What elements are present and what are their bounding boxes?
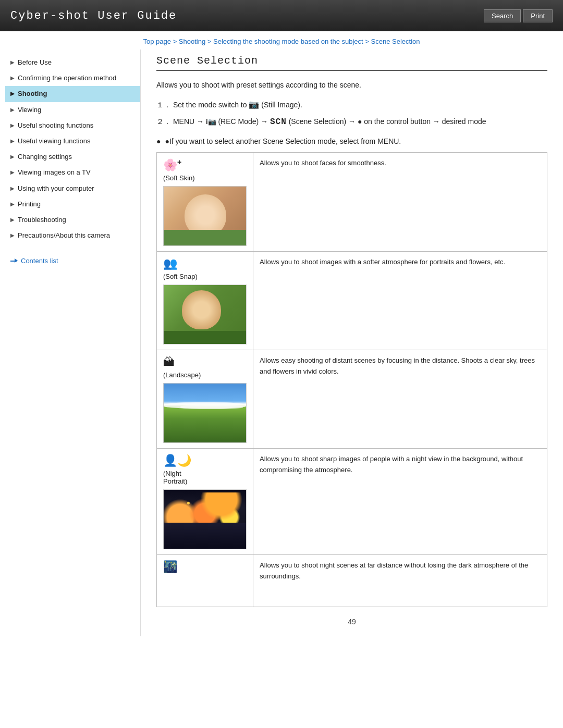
scene-desc-soft-snap: Allows you to shoot images with a softer… <box>253 252 547 350</box>
sidebar-label: Useful viewing functions <box>18 137 90 146</box>
arrow-icon: ▶ <box>10 169 15 176</box>
arrow-icon: ▶ <box>10 153 15 161</box>
scene-desc-landscape: Allows easy shooting of distant scenes b… <box>253 350 547 449</box>
arrow-icon: ▶ <box>10 106 15 114</box>
layout: ▶ Before Use ▶ Confirming the operation … <box>0 50 563 647</box>
night-portrait-icon: 👤🌙 <box>163 454 247 467</box>
breadcrumb: Top page > Shooting > Selecting the shoo… <box>0 31 563 50</box>
page-title-block: Scene Selection <box>156 55 547 71</box>
arrow-icon: ▶ <box>10 90 15 97</box>
scene-icon-cell-landscape: 🏔 (Landscape) <box>157 350 253 449</box>
night-scene-icon: 🌃 <box>163 560 247 574</box>
arrow-icon: ▶ <box>10 122 15 129</box>
arrow-icon: ▶ <box>10 59 15 66</box>
sidebar-label: Confirming the operation method <box>18 73 116 83</box>
step-1: １． Set the mode switch to 📷 (Still Image… <box>156 98 547 112</box>
scene-desc-soft-skin: Allows you to shoot faces for smoothness… <box>253 152 547 251</box>
contents-list-link[interactable]: Contents list <box>5 251 140 268</box>
print-button[interactable]: Print <box>523 9 553 22</box>
sidebar-label: Changing settings <box>18 152 72 162</box>
arrow-icon: ▶ <box>10 75 15 82</box>
landscape-label: (Landscape) <box>163 371 247 379</box>
landscape-icon: 🏔 <box>163 355 247 369</box>
steps-list: １． Set the mode switch to 📷 (Still Image… <box>156 98 547 129</box>
breadcrumb-link-scene[interactable]: Scene Selection <box>371 38 420 45</box>
sidebar-item-troubleshooting[interactable]: ▶ Troubleshooting <box>5 212 140 228</box>
camera-icon: 📷 <box>249 100 259 109</box>
night-portrait-label: (NightPortrait) <box>163 470 247 485</box>
sidebar-item-useful-viewing[interactable]: ▶ Useful viewing functions <box>5 133 140 149</box>
scn-icon: SCN <box>270 117 287 127</box>
night-portrait-photo <box>163 489 247 549</box>
sidebar-label: Viewing <box>18 105 41 115</box>
sidebar-label: Shooting <box>18 89 47 98</box>
step-2: ２． MENU → i📷 (REC Mode) → SCN (Scene Sel… <box>156 116 547 129</box>
scene-row-landscape: 🏔 (Landscape) Allows easy shooting of di… <box>157 350 547 449</box>
sidebar-label: Useful shooting functions <box>18 121 93 130</box>
arrow-icon: ▶ <box>10 232 15 239</box>
scene-icon-cell-soft-skin: 🌸+ (Soft Skin) <box>157 152 253 251</box>
scene-row-night-scene: 🌃 Allows you to shoot night scenes at fa… <box>157 555 547 607</box>
breadcrumb-sep2: > <box>207 38 213 45</box>
bullet-text: If you want to select another Scene Sele… <box>169 135 401 147</box>
arrow-icon: ▶ <box>10 201 15 208</box>
scene-table: 🌸+ (Soft Skin) Allows you to shoot faces… <box>156 152 547 607</box>
soft-skin-photo <box>163 186 247 246</box>
soft-snap-label: (Soft Snap) <box>163 273 247 280</box>
sidebar: ▶ Before Use ▶ Confirming the operation … <box>0 50 141 636</box>
scene-row-soft-snap: 👥 (Soft Snap) Allows you to shoot images… <box>157 252 547 350</box>
main-content: Scene Selection Allows you to shoot with… <box>141 50 563 636</box>
sidebar-item-changing-settings[interactable]: ▶ Changing settings <box>5 149 140 165</box>
sidebar-label: Using with your computer <box>18 184 94 193</box>
sidebar-item-useful-shooting[interactable]: ▶ Useful shooting functions <box>5 118 140 133</box>
sidebar-item-shooting[interactable]: ▶ Shooting <box>5 86 140 102</box>
contents-link-label: Contents list <box>21 257 58 265</box>
breadcrumb-link-shooting[interactable]: Shooting <box>179 38 205 45</box>
bullet-dot: ● <box>165 135 169 147</box>
sidebar-item-printing[interactable]: ▶ Printing <box>5 196 140 212</box>
breadcrumb-link-selecting[interactable]: Selecting the shooting mode based on the… <box>213 38 363 45</box>
scene-desc-night-portrait: Allows you to shoot sharp images of peop… <box>253 449 547 555</box>
landscape-photo <box>163 383 247 443</box>
arrow-icon: ▶ <box>10 138 15 145</box>
breadcrumb-link-toppage[interactable]: Top page <box>143 38 172 45</box>
arrow-icon: ▶ <box>10 185 15 192</box>
search-button[interactable]: Search <box>484 9 521 22</box>
sidebar-label: Precautions/About this camera <box>18 231 110 240</box>
soft-skin-icon: 🌸+ <box>163 158 247 172</box>
sidebar-label: Printing <box>18 200 41 209</box>
sidebar-item-precautions[interactable]: ▶ Precautions/About this camera <box>5 228 140 243</box>
scene-row-soft-skin: 🌸+ (Soft Skin) Allows you to shoot faces… <box>157 152 547 251</box>
sidebar-item-viewing-tv[interactable]: ▶ Viewing images on a TV <box>5 165 140 180</box>
intro-paragraph: Allows you to shoot with preset settings… <box>156 79 547 91</box>
scene-icon-cell-soft-snap: 👥 (Soft Snap) <box>157 252 253 350</box>
scene-row-night-portrait: 👤🌙 (NightPortrait) Allows you to shoot s… <box>157 449 547 555</box>
arrow-icon: ▶ <box>10 216 15 224</box>
arrow-right-icon <box>10 259 19 263</box>
soft-snap-icon: 👥 <box>163 257 247 270</box>
page-number: 49 <box>156 618 547 626</box>
breadcrumb-sep3: > <box>365 38 371 45</box>
sidebar-label: Troubleshooting <box>18 215 66 225</box>
header-buttons: Search Print <box>484 9 553 22</box>
sidebar-label: Viewing images on a TV <box>18 168 91 177</box>
rec-mode-icon: i📷 <box>206 118 216 126</box>
soft-skin-label: (Soft Skin) <box>163 174 247 182</box>
sidebar-item-viewing[interactable]: ▶ Viewing <box>5 102 140 118</box>
scene-icon-cell-night-portrait: 👤🌙 (NightPortrait) <box>157 449 253 555</box>
bullet-note: ● If you want to select another Scene Se… <box>156 135 547 147</box>
sidebar-item-before-use[interactable]: ▶ Before Use <box>5 55 140 70</box>
sidebar-label: Before Use <box>18 58 52 67</box>
breadcrumb-sep1: > <box>173 38 179 45</box>
sidebar-item-computer[interactable]: ▶ Using with your computer <box>5 181 140 196</box>
app-title: Cyber-shot User Guide <box>10 9 177 22</box>
scene-desc-night-scene: Allows you to shoot night scenes at far … <box>253 555 547 607</box>
sidebar-item-confirming[interactable]: ▶ Confirming the operation method <box>5 70 140 86</box>
page-title: Scene Selection <box>156 55 258 67</box>
scene-icon-cell-night-scene: 🌃 <box>157 555 253 607</box>
soft-snap-photo <box>163 285 247 344</box>
header: Cyber-shot User Guide Search Print <box>0 0 563 31</box>
